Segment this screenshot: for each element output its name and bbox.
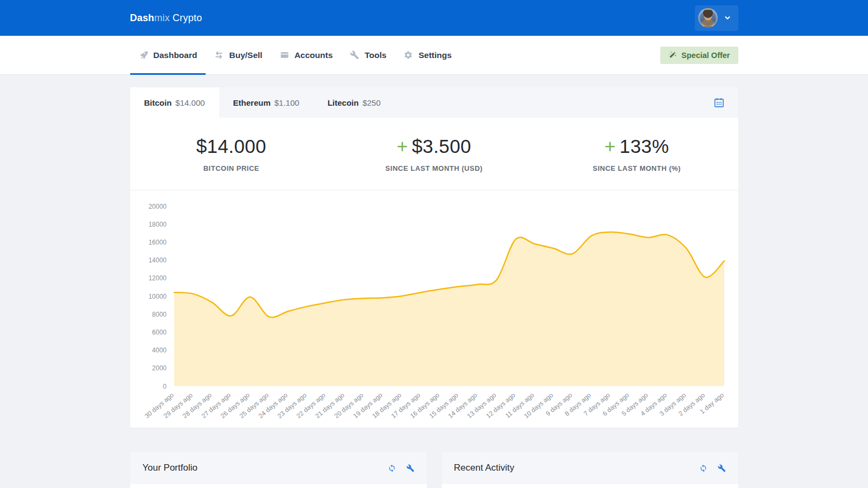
brand-rest: Crypto — [170, 12, 202, 23]
wallet-icon — [280, 50, 289, 60]
svg-text:6000: 6000 — [152, 329, 167, 336]
brand-logo[interactable]: Dashmix Crypto — [130, 12, 202, 24]
refresh-icon — [699, 464, 707, 472]
refresh-button[interactable] — [388, 464, 396, 472]
coin-name: Litecoin — [328, 98, 359, 107]
coin-name: Ethereum — [233, 98, 271, 107]
stat-value: $14.000 — [196, 136, 266, 157]
stat-label: SINCE LAST MONTH (%) — [535, 164, 738, 172]
nav-item-buy-sell[interactable]: Buy/Sell — [206, 36, 271, 74]
wrench-icon — [718, 464, 726, 472]
svg-text:18000: 18000 — [148, 221, 167, 228]
gear-icon — [404, 50, 413, 60]
brand-bold: Dash — [130, 12, 155, 23]
special-offer-label: Special Offer — [681, 51, 730, 60]
user-menu-button[interactable] — [695, 5, 738, 31]
panel-title: Your Portfolio — [143, 463, 197, 473]
refresh-icon — [388, 464, 396, 472]
wrench-icon — [406, 464, 414, 472]
options-button[interactable] — [406, 464, 414, 472]
chevron-down-icon — [724, 14, 731, 22]
crypto-overview-card: Bitcoin $14.000 Ethereum $1.100 Litecoin… — [130, 87, 738, 428]
nav-item-settings[interactable]: Settings — [395, 36, 460, 74]
main-content: Bitcoin $14.000 Ethereum $1.100 Litecoin… — [130, 87, 738, 488]
stat-label: BITCOIN PRICE — [130, 164, 333, 172]
svg-text:12000: 12000 — [148, 274, 167, 282]
coin-price: $250 — [362, 98, 380, 107]
brand-light: mix — [154, 12, 170, 23]
plus-sign: + — [604, 136, 616, 157]
svg-text:0: 0 — [163, 383, 167, 390]
bottom-panels: Your Portfolio Recent Activity — [130, 452, 738, 488]
nav-item-label: Settings — [418, 50, 451, 60]
svg-text:14000: 14000 — [148, 256, 167, 264]
main-navigation: Dashboard Buy/Sell Accounts Tools Settin… — [0, 36, 868, 75]
refresh-button[interactable] — [699, 464, 707, 472]
nav-item-label: Dashboard — [154, 50, 197, 60]
svg-text:20000: 20000 — [148, 203, 167, 210]
svg-text:10000: 10000 — [148, 293, 167, 300]
magic-wand-icon — [668, 51, 676, 59]
date-range-button[interactable] — [700, 87, 738, 118]
chart-area: 0200040006000800010000120001400016000180… — [130, 190, 738, 428]
svg-text:8000: 8000 — [152, 311, 167, 318]
exchange-icon — [214, 50, 224, 60]
bitcoin-price-chart[interactable]: 0200040006000800010000120001400016000180… — [130, 200, 738, 425]
options-button[interactable] — [718, 464, 726, 472]
coin-tabs: Bitcoin $14.000 Ethereum $1.100 Litecoin… — [130, 87, 738, 118]
calendar-icon — [713, 97, 725, 108]
nav-item-accounts[interactable]: Accounts — [271, 36, 342, 74]
avatar — [698, 8, 718, 28]
tab-ethereum[interactable]: Ethereum $1.100 — [219, 87, 314, 118]
special-offer-button[interactable]: Special Offer — [660, 47, 738, 64]
svg-text:2000: 2000 — [152, 364, 167, 372]
wrench-icon — [350, 50, 359, 60]
svg-text:4000: 4000 — [152, 346, 167, 354]
nav-item-tools[interactable]: Tools — [341, 36, 395, 74]
coin-price: $1.100 — [275, 98, 299, 107]
coin-price: $14.000 — [175, 98, 205, 107]
rocket-icon — [139, 50, 148, 60]
tab-litecoin[interactable]: Litecoin $250 — [314, 87, 395, 118]
nav-item-label: Accounts — [295, 50, 333, 60]
stat-bitcoin-price: $14.000 BITCOIN PRICE — [130, 136, 333, 172]
svg-text:16000: 16000 — [148, 239, 167, 246]
plus-sign: + — [397, 136, 408, 157]
nav-item-dashboard[interactable]: Dashboard — [130, 36, 206, 74]
stats-row: $14.000 BITCOIN PRICE +$3.500 SINCE LAST… — [130, 118, 738, 190]
panel-title: Recent Activity — [454, 463, 515, 473]
stat-label: SINCE LAST MONTH (USD) — [333, 164, 535, 172]
nav-item-label: Tools — [365, 50, 386, 60]
top-header: Dashmix Crypto — [0, 0, 868, 36]
stat-value: 133% — [620, 136, 669, 157]
stat-value: $3.500 — [412, 136, 471, 157]
portfolio-panel: Your Portfolio — [130, 452, 427, 488]
coin-name: Bitcoin — [144, 98, 172, 107]
stat-change-usd: +$3.500 SINCE LAST MONTH (USD) — [333, 136, 535, 172]
stat-change-percent: +133% SINCE LAST MONTH (%) — [535, 136, 738, 172]
tab-bitcoin[interactable]: Bitcoin $14.000 — [130, 87, 219, 118]
activity-panel: Recent Activity — [442, 452, 738, 488]
nav-item-label: Buy/Sell — [229, 50, 262, 60]
